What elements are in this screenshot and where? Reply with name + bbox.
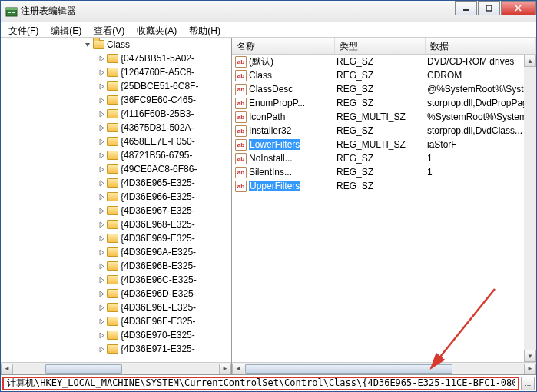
folder-icon — [107, 178, 118, 188]
expand-icon[interactable] — [98, 345, 105, 353]
list-row[interactable]: abClassREG_SZCDROM — [232, 68, 536, 82]
menu-edit[interactable]: 编辑(E) — [48, 24, 85, 35]
tree-node[interactable]: {48721B56-6795- — [1, 148, 231, 162]
list-vscroll[interactable]: ▲ ▼ — [524, 55, 536, 362]
menu-favorites[interactable]: 收藏夹(A) — [134, 24, 180, 35]
tree-node[interactable]: {0475BB51-5A02- — [1, 51, 231, 65]
list-hscroll[interactable]: ◄ ► — [232, 362, 536, 374]
expand-icon[interactable] — [98, 221, 105, 228]
path-browse-button[interactable]: … — [521, 377, 535, 390]
expand-icon[interactable] — [98, 165, 105, 173]
expand-icon[interactable] — [98, 276, 105, 284]
window-controls — [454, 1, 536, 15]
folder-icon — [107, 344, 118, 354]
tree-node[interactable]: {4D36E96F-E325- — [1, 314, 231, 328]
col-header-type[interactable]: 类型 — [335, 38, 426, 54]
tree-label: {4658EE7E-F050- — [121, 136, 195, 147]
list-body[interactable]: ab(默认)REG_SZDVD/CD-ROM drivesabClassREG_… — [232, 55, 536, 362]
expand-icon[interactable] — [98, 68, 105, 76]
list-row[interactable]: abEnumPropP...REG_SZstorprop.dll,DvdProp… — [232, 96, 536, 110]
tree-node[interactable]: {4D36E965-E325- — [1, 176, 231, 190]
list-hscroll-track[interactable] — [244, 364, 524, 374]
cell-name: abSilentIns... — [232, 166, 335, 178]
expand-icon[interactable] — [98, 110, 105, 118]
scroll-left-button[interactable]: ◄ — [1, 364, 13, 374]
titlebar[interactable]: 注册表编辑器 — [1, 1, 536, 22]
col-header-name[interactable]: 名称 — [232, 38, 335, 54]
tree-node[interactable]: {4D36E96E-E325- — [1, 301, 231, 314]
list-panel: 名称 类型 数据 ab(默认)REG_SZDVD/CD-ROM drivesab… — [232, 38, 536, 374]
expand-icon[interactable] — [98, 179, 105, 187]
list-hscroll-thumb[interactable] — [245, 364, 452, 374]
list-row[interactable]: abUpperFiltersREG_SZ — [232, 179, 536, 193]
scroll-left-button[interactable]: ◄ — [232, 364, 244, 374]
tree-node[interactable]: {4D36E970-E325- — [1, 328, 231, 342]
value-name: EnumPropP... — [249, 98, 305, 108]
maximize-button[interactable] — [478, 1, 500, 15]
tree-node[interactable]: {4D36E96A-E325- — [1, 245, 231, 259]
tree-node[interactable]: {4D36E96D-E325- — [1, 287, 231, 301]
expand-icon[interactable] — [98, 290, 105, 297]
window-title: 注册表编辑器 — [21, 5, 76, 18]
value-name: (默认) — [249, 55, 273, 68]
expand-icon[interactable] — [98, 304, 105, 311]
tree-node-class[interactable]: Class — [1, 38, 231, 51]
tree-node[interactable]: {1264760F-A5C8- — [1, 65, 231, 79]
expand-icon[interactable] — [98, 138, 105, 145]
list-vscroll-track[interactable] — [524, 67, 536, 350]
cell-name: ab(默认) — [232, 55, 335, 68]
expand-icon[interactable] — [98, 207, 105, 214]
expand-icon[interactable] — [98, 124, 105, 131]
expand-icon[interactable] — [98, 248, 105, 256]
expand-icon[interactable] — [98, 82, 105, 90]
tree-node[interactable]: {4D36E966-E325- — [1, 190, 231, 204]
collapse-icon[interactable] — [84, 41, 91, 48]
tree-hscroll[interactable]: ◄ ► — [1, 362, 231, 374]
list-row[interactable]: abSilentIns...REG_SZ1 — [232, 165, 536, 179]
tree-node[interactable]: {49CE6AC8-6F86- — [1, 162, 231, 176]
tree-node[interactable]: {4D36E971-E325- — [1, 342, 231, 356]
expand-icon[interactable] — [98, 55, 105, 62]
expand-icon[interactable] — [98, 234, 105, 242]
menu-file[interactable]: 文件(F) — [5, 24, 41, 35]
tree-body[interactable]: Class{0475BB51-5A02-{1264760F-A5C8-{25DB… — [1, 38, 231, 362]
expand-icon[interactable] — [98, 262, 105, 270]
list-row[interactable]: abInstaller32REG_SZstorprop.dll,DvdClass… — [232, 124, 536, 138]
path-input[interactable] — [2, 377, 519, 390]
expand-icon[interactable] — [98, 151, 105, 159]
list-row[interactable]: abIconPathREG_MULTI_SZ%SystemRoot%\Syste… — [232, 110, 536, 124]
tree-node[interactable]: {4658EE7E-F050- — [1, 135, 231, 148]
scroll-right-button[interactable]: ► — [219, 364, 231, 374]
menu-view[interactable]: 查看(V) — [91, 24, 128, 35]
tree-node[interactable]: {4D36E96B-E325- — [1, 259, 231, 273]
col-header-data[interactable]: 数据 — [426, 38, 536, 54]
tree-hscroll-track[interactable] — [13, 364, 219, 374]
cell-type: REG_SZ — [335, 125, 426, 136]
minimize-button[interactable] — [455, 1, 477, 15]
scroll-up-button[interactable]: ▲ — [524, 55, 536, 67]
expand-icon[interactable] — [98, 317, 105, 325]
scroll-down-button[interactable]: ▼ — [524, 350, 536, 362]
scroll-right-button[interactable]: ► — [524, 364, 536, 374]
close-button[interactable] — [501, 1, 536, 15]
tree-node[interactable]: {4D36E96C-E325- — [1, 273, 231, 287]
tree-node[interactable]: {25DBCE51-6C8F- — [1, 79, 231, 93]
list-row[interactable]: abNoInstall...REG_SZ1 — [232, 151, 536, 165]
list-row[interactable]: abClassDescREG_SZ@%SystemRoot%\System32\… — [232, 82, 536, 96]
tree-node[interactable]: {43675D81-502A- — [1, 121, 231, 135]
expand-icon[interactable] — [98, 331, 105, 339]
maximize-icon — [486, 5, 493, 12]
tree-node[interactable]: {4D36E968-E325- — [1, 218, 231, 231]
tree-node[interactable]: {36FC9E60-C465- — [1, 93, 231, 107]
tree-node[interactable]: {4116F60B-25B3- — [1, 107, 231, 121]
list-row[interactable]: ab(默认)REG_SZDVD/CD-ROM drives — [232, 55, 536, 68]
folder-icon — [107, 151, 118, 160]
menu-help[interactable]: 帮助(H) — [186, 24, 224, 35]
tree-node[interactable]: {4D36E969-E325- — [1, 231, 231, 245]
tree-hscroll-thumb[interactable] — [45, 364, 122, 374]
expand-icon[interactable] — [98, 96, 105, 104]
tree-node[interactable]: {4D36E967-E325- — [1, 204, 231, 218]
cell-data: 1 — [426, 167, 536, 178]
expand-icon[interactable] — [98, 193, 105, 201]
list-row[interactable]: abLowerFiltersREG_MULTI_SZiaStorF — [232, 138, 536, 151]
